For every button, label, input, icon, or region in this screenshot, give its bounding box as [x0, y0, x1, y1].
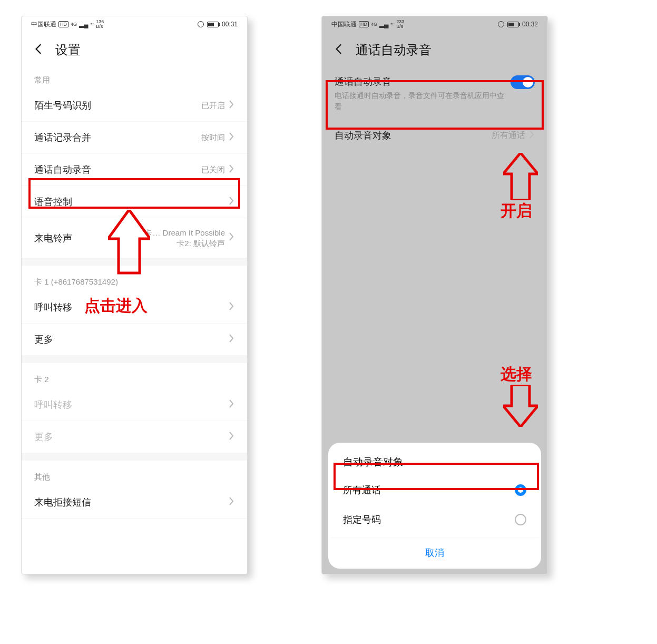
hd-badge: HD	[359, 21, 369, 27]
section-divider	[22, 356, 247, 363]
chevron-right-icon	[228, 164, 234, 176]
item-value: 已开启	[201, 100, 225, 111]
bottom-sheet: 自动录音对象 所有通话 指定号码 取消	[328, 443, 541, 569]
data-rate-bot: B/s	[396, 24, 403, 29]
row-description: 电话接通时自动录音，录音文件可在录音机应用中查看	[335, 90, 505, 112]
chevron-right-icon	[228, 301, 234, 314]
eye-comfort-icon	[198, 21, 204, 27]
section-header-other: 其他	[22, 461, 247, 486]
option-label: 指定号码	[343, 513, 381, 526]
chevron-right-icon	[228, 196, 234, 208]
data-rate-bot: B/s	[96, 24, 103, 29]
chevron-right-icon	[228, 334, 234, 346]
sheet-option-specific-numbers[interactable]: 指定号码	[330, 505, 539, 534]
item-label: 通话自动录音	[34, 163, 91, 176]
clock: 00:31	[222, 21, 238, 28]
item-label: 呼叫转移	[34, 301, 72, 314]
item-reject-sms[interactable]: 来电拒接短信	[22, 486, 247, 519]
back-icon[interactable]	[32, 42, 46, 58]
item-unknown-number-id[interactable]: 陌生号码识别 已开启	[22, 90, 247, 122]
wifi-icon: ≈	[91, 21, 94, 28]
chevron-right-icon	[228, 496, 234, 509]
carrier-label: 中国联通	[331, 20, 357, 29]
item-label: 通话记录合并	[34, 131, 91, 144]
row-value: 所有通话	[492, 130, 525, 141]
clock: 00:32	[522, 21, 538, 28]
hd-badge: HD	[58, 21, 68, 27]
item-call-forward-sim2: 呼叫转移	[22, 389, 247, 421]
item-label: 来电铃声	[34, 232, 72, 245]
screen-header: 设置	[22, 32, 247, 64]
item-value: 按时间	[201, 132, 225, 143]
signal-icon: ▂▄	[79, 21, 89, 28]
item-more-sim1[interactable]: 更多	[22, 324, 247, 356]
screen-header: 通话自动录音	[322, 32, 547, 64]
section-divider	[22, 453, 247, 461]
section-header-common: 常用	[22, 64, 247, 90]
item-label: 语音控制	[34, 196, 72, 208]
section-header-sim1: 卡 1 (+8617687531492)	[22, 266, 247, 291]
network-badge: 4G	[371, 22, 377, 27]
page-title: 通话自动录音	[356, 42, 432, 58]
row-label: 自动录音对象	[335, 129, 391, 142]
phone-auto-record-screen: 中国联通 HD 4G ▂▄ ≈ 233 B/s 00:32 通话自动录音 通话自…	[321, 16, 548, 574]
battery-icon	[507, 22, 519, 27]
sheet-option-all-calls[interactable]: 所有通话	[330, 475, 539, 505]
radio-selected-icon[interactable]	[515, 484, 526, 496]
battery-icon	[207, 22, 219, 27]
item-auto-record[interactable]: 通话自动录音 已关闭	[22, 154, 247, 186]
phone-settings-screen: 中国联通 HD 4G ▂▄ ≈ 136 B/s 00:31 设置 常用 陌生号码…	[21, 16, 248, 574]
option-label: 所有通话	[343, 484, 381, 496]
signal-icon: ▂▄	[379, 21, 389, 28]
status-bar: 中国联通 HD 4G ▂▄ ≈ 136 B/s 00:31	[22, 16, 247, 32]
sheet-cancel-button[interactable]: 取消	[330, 538, 539, 565]
chevron-right-icon	[228, 431, 234, 443]
item-label: 来电拒接短信	[34, 496, 91, 509]
item-more-sim2: 更多	[22, 421, 247, 453]
chevron-right-icon	[228, 399, 234, 411]
item-label: 更多	[34, 333, 53, 346]
network-badge: 4G	[71, 22, 77, 27]
eye-comfort-icon	[498, 21, 504, 27]
section-header-sim2: 卡 2	[22, 363, 247, 389]
item-label: 陌生号码识别	[34, 99, 91, 112]
row-title: 通话自动录音	[335, 75, 505, 88]
radio-unselected-icon[interactable]	[515, 514, 526, 525]
item-ringtone[interactable]: 来电铃声 卡… Dream It Possible 卡2: 默认铃声	[22, 218, 247, 258]
item-value: 已关闭	[201, 164, 225, 175]
toggle-switch[interactable]	[511, 75, 535, 89]
chevron-right-icon	[228, 100, 234, 112]
section-divider	[22, 258, 247, 266]
status-bar: 中国联通 HD 4G ▂▄ ≈ 233 B/s 00:32	[322, 16, 547, 32]
item-label: 更多	[34, 431, 53, 443]
item-voice-control[interactable]: 语音控制	[22, 186, 247, 218]
row-record-target[interactable]: 自动录音对象 所有通话	[328, 121, 541, 150]
chevron-right-icon	[228, 132, 234, 144]
page-title: 设置	[55, 42, 81, 58]
chevron-right-icon	[528, 130, 535, 142]
sheet-title: 自动录音对象	[330, 452, 539, 475]
row-auto-record-toggle[interactable]: 通话自动录音 电话接通时自动录音，录音文件可在录音机应用中查看	[328, 67, 541, 121]
chevron-right-icon	[228, 232, 234, 244]
wifi-icon: ≈	[391, 21, 395, 28]
item-call-forward-sim1[interactable]: 呼叫转移	[22, 291, 247, 324]
item-label: 呼叫转移	[34, 398, 72, 411]
carrier-label: 中国联通	[31, 20, 56, 29]
back-icon[interactable]	[332, 42, 346, 58]
item-value: 卡… Dream It Possible 卡2: 默认铃声	[144, 228, 225, 248]
item-call-log-merge[interactable]: 通话记录合并 按时间	[22, 122, 247, 154]
